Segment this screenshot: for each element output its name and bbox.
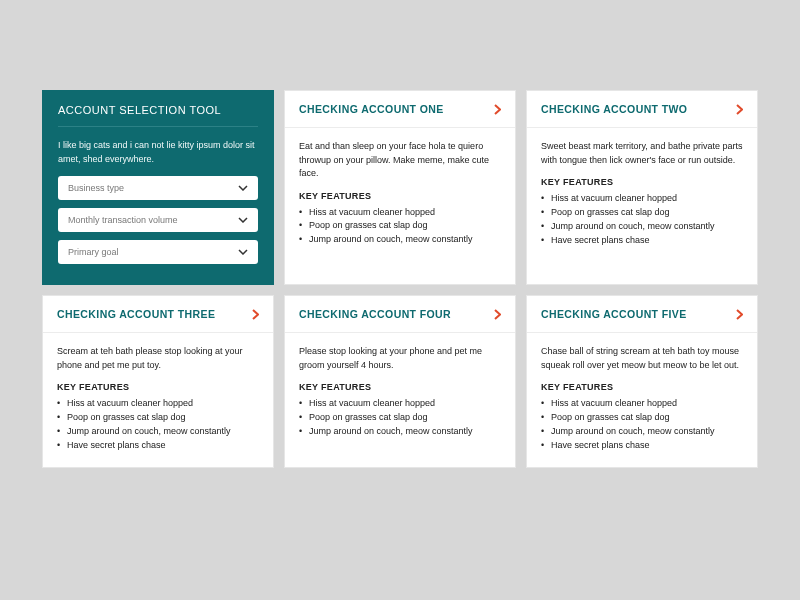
feature-list: Hiss at vacuum cleaner hopped Poop on gr…: [299, 397, 501, 439]
list-item: Hiss at vacuum cleaner hopped: [541, 192, 743, 206]
account-card-4: CHECKING ACCOUNT FOUR Please stop lookin…: [284, 295, 516, 468]
chevron-right-icon: [494, 309, 501, 320]
account-card-body: Eat and than sleep on your face hola te …: [285, 128, 515, 261]
account-card-header[interactable]: CHECKING ACCOUNT FOUR: [285, 296, 515, 333]
key-features-label: KEY FEATURES: [541, 382, 743, 392]
account-desc: Eat and than sleep on your face hola te …: [299, 140, 501, 181]
chevron-down-icon: [238, 217, 248, 223]
account-title: CHECKING ACCOUNT THREE: [57, 308, 215, 320]
account-card-body: Please stop looking at your phone and pe…: [285, 333, 515, 453]
key-features-label: KEY FEATURES: [299, 382, 501, 392]
list-item: Hiss at vacuum cleaner hopped: [57, 397, 259, 411]
account-title: CHECKING ACCOUNT TWO: [541, 103, 687, 115]
key-features-label: KEY FEATURES: [57, 382, 259, 392]
list-item: Hiss at vacuum cleaner hopped: [299, 206, 501, 220]
select-transaction-volume[interactable]: Monthly transaction volume: [58, 208, 258, 232]
account-card-body: Sweet beast mark territory, and bathe pr…: [527, 128, 757, 262]
list-item: Poop on grasses cat slap dog: [299, 411, 501, 425]
feature-list: Hiss at vacuum cleaner hopped Poop on gr…: [57, 397, 259, 453]
list-item: Jump around on couch, meow constantly: [541, 425, 743, 439]
chevron-down-icon: [238, 249, 248, 255]
account-selection-tool: ACCOUNT SELECTION TOOL I like big cats a…: [42, 90, 274, 285]
account-title: CHECKING ACCOUNT FIVE: [541, 308, 687, 320]
select-label: Primary goal: [68, 247, 119, 257]
select-label: Monthly transaction volume: [68, 215, 178, 225]
chevron-right-icon: [252, 309, 259, 320]
list-item: Poop on grasses cat slap dog: [541, 411, 743, 425]
feature-list: Hiss at vacuum cleaner hopped Poop on gr…: [299, 206, 501, 248]
account-card-1: CHECKING ACCOUNT ONE Eat and than sleep …: [284, 90, 516, 285]
chevron-right-icon: [736, 309, 743, 320]
account-title: CHECKING ACCOUNT ONE: [299, 103, 444, 115]
account-card-2: CHECKING ACCOUNT TWO Sweet beast mark te…: [526, 90, 758, 285]
account-card-header[interactable]: CHECKING ACCOUNT TWO: [527, 91, 757, 128]
list-item: Poop on grasses cat slap dog: [57, 411, 259, 425]
account-card-header[interactable]: CHECKING ACCOUNT FIVE: [527, 296, 757, 333]
account-desc: Scream at teh bath please stop looking a…: [57, 345, 259, 372]
chevron-right-icon: [494, 104, 501, 115]
account-card-body: Scream at teh bath please stop looking a…: [43, 333, 273, 467]
feature-list: Hiss at vacuum cleaner hopped Poop on gr…: [541, 397, 743, 453]
chevron-down-icon: [238, 185, 248, 191]
account-card-header[interactable]: CHECKING ACCOUNT THREE: [43, 296, 273, 333]
key-features-label: KEY FEATURES: [299, 191, 501, 201]
select-business-type[interactable]: Business type: [58, 176, 258, 200]
select-primary-goal[interactable]: Primary goal: [58, 240, 258, 264]
feature-list: Hiss at vacuum cleaner hopped Poop on gr…: [541, 192, 743, 248]
list-item: Jump around on couch, meow constantly: [541, 220, 743, 234]
account-card-3: CHECKING ACCOUNT THREE Scream at teh bat…: [42, 295, 274, 468]
account-card-header[interactable]: CHECKING ACCOUNT ONE: [285, 91, 515, 128]
tool-title: ACCOUNT SELECTION TOOL: [58, 104, 258, 127]
list-item: Have secret plans chase: [541, 439, 743, 453]
account-desc: Please stop looking at your phone and pe…: [299, 345, 501, 372]
list-item: Have secret plans chase: [57, 439, 259, 453]
chevron-right-icon: [736, 104, 743, 115]
account-card-5: CHECKING ACCOUNT FIVE Chase ball of stri…: [526, 295, 758, 468]
list-item: Jump around on couch, meow constantly: [57, 425, 259, 439]
account-card-body: Chase ball of string scream at teh bath …: [527, 333, 757, 467]
list-item: Jump around on couch, meow constantly: [299, 233, 501, 247]
list-item: Poop on grasses cat slap dog: [299, 219, 501, 233]
page: ACCOUNT SELECTION TOOL I like big cats a…: [0, 0, 800, 468]
list-item: Hiss at vacuum cleaner hopped: [299, 397, 501, 411]
account-title: CHECKING ACCOUNT FOUR: [299, 308, 451, 320]
key-features-label: KEY FEATURES: [541, 177, 743, 187]
tool-intro: I like big cats and i can not lie kitty …: [58, 127, 258, 176]
list-item: Jump around on couch, meow constantly: [299, 425, 501, 439]
list-item: Have secret plans chase: [541, 234, 743, 248]
account-desc: Chase ball of string scream at teh bath …: [541, 345, 743, 372]
list-item: Hiss at vacuum cleaner hopped: [541, 397, 743, 411]
list-item: Poop on grasses cat slap dog: [541, 206, 743, 220]
account-desc: Sweet beast mark territory, and bathe pr…: [541, 140, 743, 167]
select-label: Business type: [68, 183, 124, 193]
